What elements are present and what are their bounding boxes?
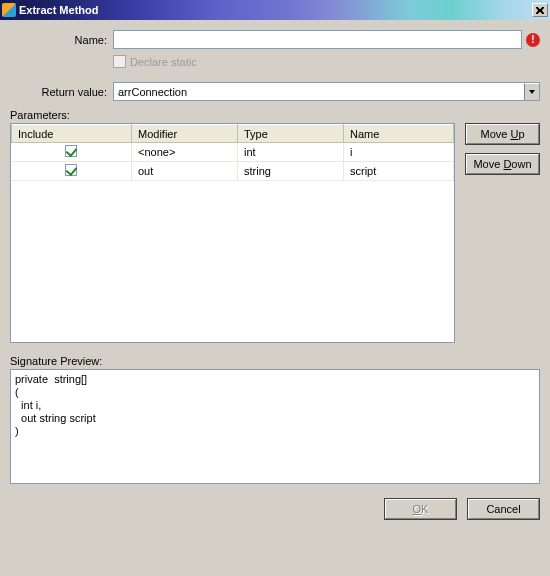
cell-type: int <box>238 143 344 162</box>
preview-label: Signature Preview: <box>10 355 540 367</box>
declare-static-label: Declare static <box>130 56 197 68</box>
move-down-button[interactable]: Move Down <box>465 153 540 175</box>
name-label: Name: <box>10 34 113 46</box>
app-icon <box>2 3 16 17</box>
window-title: Extract Method <box>19 4 532 16</box>
close-button[interactable] <box>532 3 548 17</box>
cell-name: i <box>344 143 454 162</box>
cell-type: string <box>238 162 344 181</box>
col-type[interactable]: Type <box>238 125 344 143</box>
signature-preview: private string[] ( int i, out string scr… <box>10 369 540 484</box>
error-icon: ! <box>526 33 540 47</box>
col-name[interactable]: Name <box>344 125 454 143</box>
ok-button[interactable]: OK <box>384 498 457 520</box>
col-modifier[interactable]: Modifier <box>132 125 238 143</box>
col-include[interactable]: Include <box>12 125 132 143</box>
declare-static-checkbox <box>113 55 126 68</box>
cancel-button[interactable]: Cancel <box>467 498 540 520</box>
return-value-selected: arrConnection <box>114 83 524 100</box>
table-row[interactable]: <none> int i <box>12 143 454 162</box>
title-bar: Extract Method <box>0 0 550 20</box>
cell-modifier: out <box>132 162 238 181</box>
include-checkbox[interactable] <box>65 164 77 176</box>
return-value-select[interactable]: arrConnection <box>113 82 540 101</box>
parameters-table[interactable]: Include Modifier Type Name <none> int i <box>10 123 455 343</box>
table-row[interactable]: out string script <box>12 162 454 181</box>
return-value-label: Return value: <box>10 86 113 98</box>
dropdown-button[interactable] <box>524 83 539 100</box>
move-up-button[interactable]: Move Up <box>465 123 540 145</box>
include-checkbox[interactable] <box>65 145 77 157</box>
name-input[interactable] <box>113 30 522 49</box>
cell-name: script <box>344 162 454 181</box>
chevron-down-icon <box>529 90 535 94</box>
cell-modifier: <none> <box>132 143 238 162</box>
parameters-label: Parameters: <box>10 109 540 121</box>
